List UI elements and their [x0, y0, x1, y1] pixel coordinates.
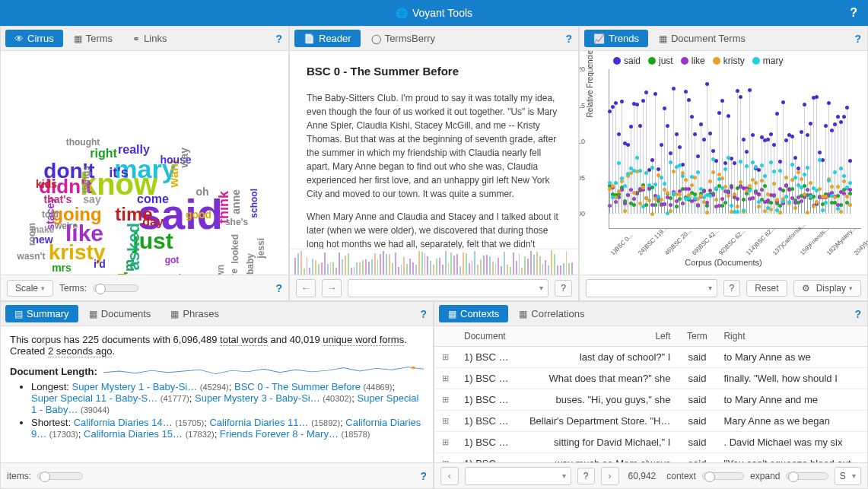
cloud-word[interactable]: kids: [36, 179, 57, 189]
terms-slider[interactable]: [93, 284, 138, 292]
items-slider[interactable]: [37, 472, 83, 480]
display-button[interactable]: Display ▾: [793, 280, 861, 297]
cloud-word[interactable]: that's: [44, 194, 72, 205]
expand-icon[interactable]: ⊞: [434, 368, 456, 389]
table-row[interactable]: ⊞1) BSC …Bellair's Department Store. "H……: [434, 411, 867, 432]
cloud-word[interactable]: told: [42, 210, 59, 219]
cloud-word[interactable]: come: [137, 193, 169, 205]
cloud-word[interactable]: she's: [225, 218, 248, 227]
summary-footer-help-icon[interactable]: ?: [420, 470, 427, 482]
cloud-word[interactable]: wasn't: [17, 252, 46, 261]
cloud-word[interactable]: say: [83, 194, 100, 205]
cloud-word[interactable]: got: [165, 256, 180, 265]
reset-button[interactable]: Reset: [746, 280, 787, 297]
tab-links[interactable]: ⚭Links: [123, 30, 176, 47]
reader-paragraph[interactable]: When Mary Anne and Claudia and Stacey an…: [307, 210, 561, 249]
doc-link[interactable]: California Diaries 11…: [209, 417, 308, 428]
expand-icon[interactable]: ⊞: [434, 411, 456, 432]
ctx-term-combo[interactable]: [465, 467, 571, 485]
tab-contexts[interactable]: ▦Contexts: [439, 305, 508, 322]
reader-densitystrip[interactable]: [290, 249, 578, 275]
contexts-help-icon[interactable]: ?: [854, 308, 861, 320]
doc-link[interactable]: California Diaries 15…: [84, 428, 183, 440]
cloud-word[interactable]: day: [142, 216, 164, 228]
cirrus-footer-help-icon[interactable]: ?: [275, 282, 282, 294]
expand-icon[interactable]: ⊞: [434, 389, 456, 411]
expand-icon[interactable]: ⊞: [434, 432, 456, 453]
cloud-word[interactable]: dad: [117, 273, 128, 275]
col-left[interactable]: Left: [517, 326, 678, 347]
tab-correlations[interactable]: ▦Correlations: [510, 305, 593, 322]
cloud-word[interactable]: really: [118, 144, 150, 156]
tab-reader[interactable]: 📄Reader: [294, 30, 361, 47]
scale-button[interactable]: Scale ▾: [7, 280, 53, 297]
trends-help-icon[interactable]: ?: [854, 33, 861, 45]
ctx-footer-help-icon[interactable]: ?: [577, 468, 595, 484]
trends-chart-area[interactable]: saidjustlikekristymary Relative Frequenc…: [580, 51, 867, 275]
reader-term-combo[interactable]: [348, 279, 548, 297]
total-words-link[interactable]: total words: [220, 334, 268, 346]
expand-slider[interactable]: [786, 472, 828, 480]
tab-documents[interactable]: ▦Documents: [80, 305, 161, 322]
tab-terms[interactable]: ▦Terms: [65, 30, 122, 47]
doc-link[interactable]: Super Mystery 3 - Baby-Si…: [195, 392, 320, 404]
cloud-word[interactable]: oh: [196, 186, 208, 197]
table-row[interactable]: ⊞1) BSC …last day of school?" Isaidto Ma…: [434, 347, 867, 368]
ctx-prev-button[interactable]: ‹: [440, 467, 459, 485]
cirrus-cloud[interactable]: saidknowmarydon'tdidn'tlikejustgoingtime…: [1, 51, 288, 275]
legend-item[interactable]: like: [681, 56, 705, 66]
unique-words-link[interactable]: unique word forms: [323, 334, 404, 346]
cloud-word[interactable]: sure: [230, 268, 239, 275]
cloud-word[interactable]: anne: [231, 189, 241, 214]
reader-footer-help-icon[interactable]: ?: [555, 280, 572, 297]
cloud-word[interactable]: i'd: [94, 259, 106, 269]
cloud-word[interactable]: looked: [231, 234, 240, 264]
cloud-word[interactable]: room: [27, 223, 37, 246]
cloud-word[interactable]: school: [250, 189, 259, 218]
reader-prev-button[interactable]: ←: [296, 279, 316, 297]
legend-item[interactable]: said: [613, 56, 641, 66]
col-term[interactable]: Term: [678, 326, 716, 347]
table-row[interactable]: ⊞1) BSC …way much so Mom alwayssaid"You …: [434, 453, 867, 463]
doc-link[interactable]: BSC 0 - The Summer Before: [234, 381, 361, 392]
cloud-word[interactable]: baby: [246, 253, 255, 275]
cloud-word[interactable]: okay: [173, 273, 193, 275]
context-slider[interactable]: [702, 472, 744, 480]
cloud-word[interactable]: way: [179, 148, 189, 167]
cloud-word[interactable]: mrs: [52, 262, 72, 273]
cloud-word[interactable]: good: [186, 209, 211, 220]
doc-link[interactable]: California Diaries 14…: [74, 417, 173, 428]
col-right[interactable]: Right: [716, 326, 867, 347]
cloud-word[interactable]: right: [90, 148, 117, 160]
header-help-icon[interactable]: ?: [850, 6, 857, 20]
legend-item[interactable]: kristy: [713, 56, 745, 66]
table-row[interactable]: ⊞1) BSC …What does that mean?" shesaidfi…: [434, 368, 867, 389]
tab-summary[interactable]: ▤Summary: [5, 305, 78, 322]
legend-item[interactable]: just: [648, 56, 673, 66]
reader-paragraph[interactable]: The Baby-Sitters Club. I'm proud to say …: [307, 91, 561, 201]
cloud-word[interactable]: things: [81, 166, 91, 193]
reader-help-icon[interactable]: ?: [565, 33, 572, 45]
tab-document-terms[interactable]: ▦Document Terms: [650, 30, 755, 47]
trends-term-combo[interactable]: [586, 279, 717, 297]
doc-link[interactable]: Super Special 11 - Baby-S…: [31, 392, 157, 404]
doc-link[interactable]: Friends Forever 8 - Mary…: [220, 428, 339, 440]
doc-link[interactable]: Super Mystery 1 - Baby-Si…: [72, 381, 198, 392]
expand-icon[interactable]: ⊞: [434, 347, 456, 368]
tab-phrases[interactable]: ▦Phrases: [161, 305, 228, 322]
trends-footer-help-icon[interactable]: ?: [723, 280, 741, 297]
table-row[interactable]: ⊞1) BSC …sitting for David Michael," Isa…: [434, 432, 867, 453]
cloud-word[interactable]: jessi: [256, 238, 265, 259]
cirrus-help-icon[interactable]: ?: [275, 33, 282, 45]
reader-next-button[interactable]: →: [322, 279, 342, 297]
col-document[interactable]: Document: [456, 326, 517, 347]
table-row[interactable]: ⊞1) BSC …buses. "Hi, you guys," shesaidt…: [434, 389, 867, 411]
ctx-next-button[interactable]: ›: [601, 467, 619, 485]
cloud-word[interactable]: dawn: [216, 265, 225, 275]
summary-help-icon[interactable]: ?: [420, 308, 427, 320]
tab-termsberry[interactable]: ◯TermsBerry: [362, 30, 444, 47]
tab-cirrus[interactable]: 👁Cirrus: [5, 30, 63, 47]
tab-trends[interactable]: 📈Trends: [584, 30, 648, 47]
expand-icon[interactable]: ⊞: [434, 453, 456, 463]
sort-combo[interactable]: S: [835, 467, 861, 485]
